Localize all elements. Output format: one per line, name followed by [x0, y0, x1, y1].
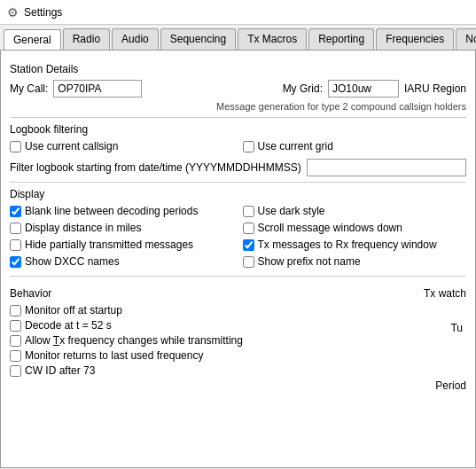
dark-style-label: Use dark style [258, 205, 325, 217]
right-labels: Tu [413, 304, 466, 334]
distance-miles-label: Display distance in miles [25, 222, 141, 234]
display-checkboxes-grid: Blank line between decoding periods Use … [10, 205, 466, 270]
monitor-returns-checkbox[interactable] [10, 350, 21, 362]
cw-id-checkbox[interactable] [10, 365, 21, 377]
allow-tx-freq-row: Allow Tx frequency changes while transmi… [10, 334, 413, 347]
distance-miles-row: Display distance in miles [10, 222, 234, 234]
decode-52-label: Decode at t = 52 s [25, 319, 112, 332]
hide-partial-label: Hide partially transmitted messages [25, 238, 193, 251]
use-current-callsign-checkbox[interactable] [10, 141, 21, 152]
allow-tx-freq-label: Allow Tx frequency changes while transmi… [25, 334, 243, 347]
monitor-off-label: Monitor off at startup [25, 304, 122, 317]
tx-underline: T [53, 334, 59, 347]
logbook-checkboxes-row: Use current callsign Use current grid [10, 140, 466, 155]
scroll-msg-label: Scroll message windows down [258, 222, 402, 234]
scroll-msg-checkbox[interactable] [243, 223, 254, 234]
station-details-section-label: Station Details [10, 63, 466, 75]
show-prefix-label: Show prefix not name [258, 255, 361, 268]
use-current-grid-checkbox[interactable] [243, 141, 254, 152]
my-call-label: My Call: [10, 82, 48, 95]
blank-line-label: Blank line between decoding periods [25, 205, 198, 217]
tab-audio[interactable]: Audio [112, 28, 159, 50]
allow-tx-freq-checkbox[interactable] [10, 335, 21, 347]
filter-row: Filter logbook starting from date/time (… [10, 159, 466, 176]
settings-icon: ⚙ [7, 5, 19, 20]
show-prefix-checkbox[interactable] [243, 256, 254, 268]
show-dxcc-row: Show DXCC names [10, 255, 234, 268]
filter-label: Filter logbook starting from date/time (… [10, 161, 301, 174]
show-prefix-row: Show prefix not name [243, 255, 467, 268]
message-note: Message generation for type 2 compound c… [10, 101, 466, 112]
tx-rx-freq-label: Tx messages to Rx frequency window [258, 238, 437, 251]
use-current-callsign-row: Use current callsign [10, 140, 234, 152]
title-bar-text: Settings [24, 6, 62, 19]
tu-label: Tu [413, 322, 463, 334]
distance-miles-checkbox[interactable] [10, 223, 21, 234]
scroll-msg-row: Scroll message windows down [243, 222, 467, 234]
tab-reporting[interactable]: Reporting [308, 28, 374, 50]
tab-radio[interactable]: Radio [63, 28, 110, 50]
tx-rx-freq-row: Tx messages to Rx frequency window [243, 238, 467, 251]
tab-tx-macros[interactable]: Tx Macros [238, 28, 307, 50]
filter-date-input[interactable] [307, 159, 466, 176]
tab-frequencies[interactable]: Frequencies [376, 28, 454, 50]
tab-sequencing[interactable]: Sequencing [160, 28, 236, 50]
hide-partial-checkbox[interactable] [10, 239, 21, 251]
show-dxcc-label: Show DXCC names [25, 255, 120, 268]
use-current-grid-row: Use current grid [243, 140, 467, 152]
tabs-bar: General Radio Audio Sequencing Tx Macros… [0, 25, 476, 51]
tx-rx-freq-checkbox[interactable] [243, 239, 254, 251]
title-bar: ⚙ Settings [0, 0, 476, 25]
period-row: Period [10, 379, 466, 392]
station-details-row: My Call: My Grid: IARU Region [10, 80, 466, 98]
behavior-checkboxes: Monitor off at startup Decode at t = 52 … [10, 304, 413, 379]
my-grid-label: My Grid: [283, 82, 323, 95]
show-dxcc-checkbox[interactable] [10, 256, 21, 268]
monitor-off-checkbox[interactable] [10, 305, 21, 317]
tab-notification[interactable]: Notification [456, 28, 476, 50]
cw-id-row: CW ID after 73 [10, 364, 413, 377]
my-call-input[interactable] [53, 80, 142, 98]
dark-style-row: Use dark style [243, 205, 467, 217]
behavior-section-label: Behavior [10, 287, 51, 300]
cw-id-label: CW ID after 73 [25, 364, 95, 377]
tab-general[interactable]: General [4, 29, 61, 51]
monitor-off-row: Monitor off at startup [10, 304, 413, 317]
my-grid-input[interactable] [328, 80, 399, 98]
monitor-returns-label: Monitor returns to last used frequency [25, 349, 203, 362]
tx-watch-label: Tx watch [424, 287, 466, 300]
decode-52-row: Decode at t = 52 s [10, 319, 413, 332]
logbook-filtering-label: Logbook filtering [10, 123, 466, 136]
iaru-region-label: IARU Region [404, 82, 466, 95]
use-current-callsign-label: Use current callsign [25, 140, 118, 152]
behavior-content: Monitor off at startup Decode at t = 52 … [10, 304, 466, 379]
decode-52-checkbox[interactable] [10, 320, 21, 332]
display-section-label: Display [10, 188, 466, 200]
behavior-header-row: Behavior Tx watch [10, 282, 466, 304]
blank-line-checkbox[interactable] [10, 206, 21, 217]
hide-partial-row: Hide partially transmitted messages [10, 238, 234, 251]
dark-style-checkbox[interactable] [243, 206, 254, 217]
period-label: Period [435, 379, 466, 392]
use-current-grid-label: Use current grid [258, 140, 333, 152]
monitor-returns-row: Monitor returns to last used frequency [10, 349, 413, 362]
blank-line-row: Blank line between decoding periods [10, 205, 234, 217]
main-content: Station Details My Call: My Grid: IARU R… [0, 51, 476, 468]
